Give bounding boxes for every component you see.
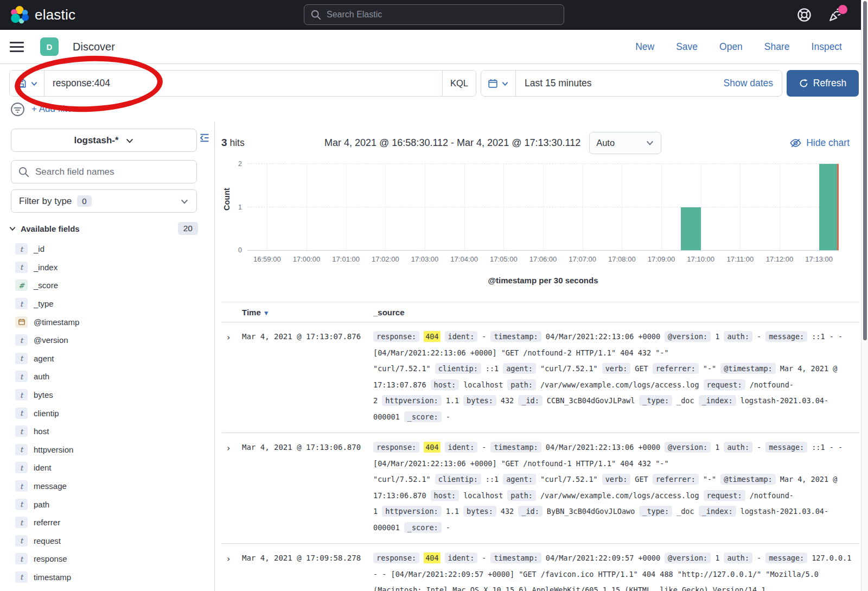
y-tick-label: 2 xyxy=(238,160,242,168)
field-name-badge: message: xyxy=(765,442,807,453)
saved-queries-button[interactable] xyxy=(10,71,44,96)
field-value: "curl/7.52.1" xyxy=(540,364,598,373)
field-item-agent[interactable]: tagent xyxy=(15,349,214,368)
field-item-referrer[interactable]: treferrer xyxy=(15,513,214,532)
date-picker-button[interactable] xyxy=(481,71,516,96)
newsfeed-icon[interactable] xyxy=(828,8,843,23)
expand-row-icon[interactable]: › xyxy=(221,440,242,536)
chevron-down-icon xyxy=(9,225,16,232)
field-item-path[interactable]: tpath xyxy=(15,495,214,513)
field-item-host[interactable]: thost xyxy=(15,422,214,441)
field-name-badge: @timestamp: xyxy=(720,363,775,374)
field-item-_index[interactable]: t_index xyxy=(15,258,214,277)
add-filter-button[interactable]: + Add filter xyxy=(31,104,75,115)
expand-row-icon[interactable]: › xyxy=(221,550,242,591)
query-language-button[interactable]: KQL xyxy=(442,71,476,96)
doc-timestamp: Mar 4, 2021 @ 17:13:06.870 xyxy=(242,440,373,536)
index-pattern-select[interactable]: logstash-* xyxy=(11,129,197,152)
field-item-timestamp[interactable]: ttimestamp xyxy=(15,568,214,587)
global-search-placeholder: Search Elastic xyxy=(327,10,382,20)
highlighted-value: 404 xyxy=(424,442,440,453)
scrollbar-thumb[interactable] xyxy=(863,1,867,340)
field-item-bytes[interactable]: tbytes xyxy=(15,386,214,404)
doc-source: response:404ident:-timestamp:04/Mar/2021… xyxy=(373,329,859,425)
nav-action-inspect[interactable]: Inspect xyxy=(812,41,842,53)
string-type-icon: t xyxy=(15,571,28,583)
table-row: ›Mar 4, 2021 @ 17:09:58.278response:404i… xyxy=(221,544,859,591)
chart-plot-area[interactable]: 012 xyxy=(247,164,839,251)
field-name: ident xyxy=(34,463,52,472)
x-gridline xyxy=(740,164,741,250)
search-field-names-input[interactable]: Search field names xyxy=(11,160,197,183)
chevron-down-icon xyxy=(125,136,134,145)
field-name-badge: verb: xyxy=(602,474,631,485)
x-gridline xyxy=(701,164,701,250)
field-item-response[interactable]: tresponse xyxy=(15,550,214,568)
available-fields-header[interactable]: Available fields 20 xyxy=(9,222,198,235)
query-input[interactable]: response:404 xyxy=(44,71,442,96)
field-value: 432 xyxy=(501,507,514,516)
field-list: t_idt_index#_scoret_type@timestampt@vers… xyxy=(0,240,214,586)
x-gridline xyxy=(661,164,662,250)
field-name: response xyxy=(34,554,67,563)
filter-icon[interactable] xyxy=(10,102,25,117)
field-item-message[interactable]: tmessage xyxy=(15,477,214,495)
x-tick-label: 17:05:00 xyxy=(490,255,518,263)
field-name-badge: timestamp: xyxy=(490,331,541,342)
show-dates-link[interactable]: Show dates xyxy=(724,71,782,96)
field-name-badge: agent: xyxy=(503,474,536,485)
field-value: ::1 xyxy=(486,364,499,373)
column-header-time[interactable]: Time▼ xyxy=(242,308,373,317)
field-name-badge: response: xyxy=(373,552,419,563)
menu-icon[interactable] xyxy=(10,42,24,52)
field-item-@version[interactable]: t@version xyxy=(15,331,214,349)
sort-desc-icon[interactable]: ▼ xyxy=(263,309,270,317)
histogram-bar-17:13:00[interactable] xyxy=(819,164,839,250)
vertical-scrollbar[interactable] xyxy=(861,0,868,591)
field-name: _score xyxy=(34,281,58,290)
hide-chart-button[interactable]: Hide chart xyxy=(790,137,859,149)
field-value: 04/Mar/2021:22:09:57 +0000 xyxy=(546,554,660,562)
global-search-input[interactable]: Search Elastic xyxy=(304,4,564,25)
field-item-ident[interactable]: tident xyxy=(15,459,214,477)
documents-table: Time▼ _source ›Mar 4, 2021 @ 17:13:07.87… xyxy=(221,302,859,591)
field-name-badge: @timestamp: xyxy=(720,474,775,485)
field-item-auth[interactable]: tauth xyxy=(15,367,214,386)
field-name: auth xyxy=(34,372,49,381)
field-item-httpversion[interactable]: thttpversion xyxy=(15,441,214,459)
table-row: ›Mar 4, 2021 @ 17:13:06.870response:404i… xyxy=(221,433,859,544)
expand-row-icon[interactable]: › xyxy=(221,329,242,425)
field-item-_id[interactable]: t_id xyxy=(15,240,214,258)
elastic-logo[interactable]: elastic xyxy=(10,5,75,25)
field-name-badge: _index: xyxy=(699,395,736,406)
x-gridline xyxy=(780,164,780,250)
nav-action-open[interactable]: Open xyxy=(719,41,743,53)
field-name-badge: clientip: xyxy=(435,474,481,485)
field-item-_score[interactable]: #_score xyxy=(15,276,214,295)
field-item-request[interactable]: trequest xyxy=(15,532,214,550)
x-tick-label: 17:08:00 xyxy=(608,255,636,263)
help-icon[interactable] xyxy=(796,8,812,23)
field-name: httpversion xyxy=(34,445,73,454)
nav-action-save[interactable]: Save xyxy=(676,41,698,53)
eye-closed-icon xyxy=(790,137,801,149)
field-name-badge: _index: xyxy=(699,506,736,517)
chevron-down-icon xyxy=(30,80,38,87)
interval-select[interactable]: Auto xyxy=(589,132,661,154)
x-axis-title: @timestamp per 30 seconds xyxy=(247,276,839,285)
discover-app-badge[interactable]: D xyxy=(40,37,59,56)
histogram-bar-17:09:30[interactable] xyxy=(681,207,700,251)
field-name: clientip xyxy=(34,409,59,418)
x-tick-label: 17:07:00 xyxy=(569,255,596,263)
time-range-value[interactable]: Last 15 minutes xyxy=(516,71,724,96)
field-name: _index xyxy=(34,263,58,272)
nav-action-share[interactable]: Share xyxy=(764,41,790,53)
refresh-button[interactable]: Refresh xyxy=(787,70,859,97)
collapse-sidebar-icon[interactable] xyxy=(199,132,210,143)
nav-action-new[interactable]: New xyxy=(635,41,654,53)
field-item-_type[interactable]: t_type xyxy=(15,295,214,313)
string-type-icon: t xyxy=(15,444,28,455)
field-item-clientip[interactable]: tclientip xyxy=(15,404,214,422)
filter-by-type-select[interactable]: Filter by type 0 xyxy=(11,189,197,213)
field-item-@timestamp[interactable]: @timestamp xyxy=(15,313,214,331)
